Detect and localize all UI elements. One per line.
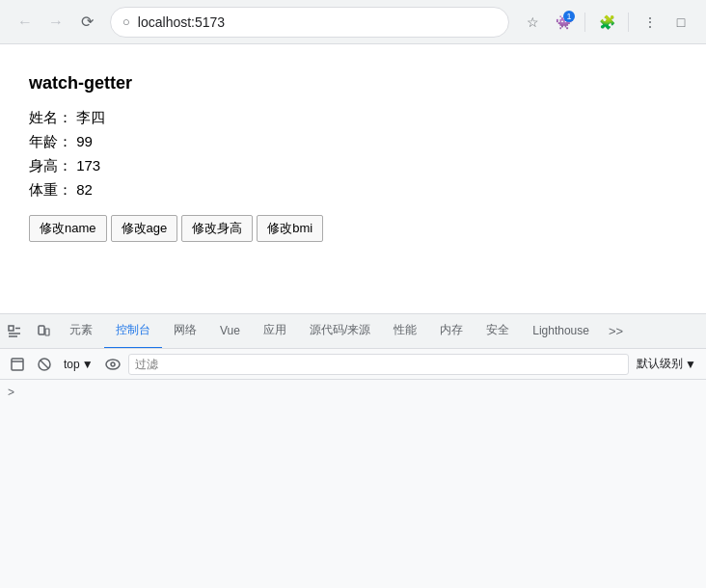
window-icon: □ bbox=[677, 14, 685, 30]
page-content: watch-getter 姓名： 李四 年龄： 99 身高： 173 体重： 8… bbox=[0, 44, 706, 271]
nav-buttons: ← → ⟳ bbox=[12, 9, 100, 36]
reload-button[interactable]: ⟳ bbox=[73, 9, 100, 36]
puzzle-icon: 🧩 bbox=[599, 14, 615, 30]
divider2 bbox=[628, 13, 629, 32]
modify-bmi-button[interactable]: 修改bmi bbox=[257, 215, 323, 242]
field-height: 身高： 173 bbox=[29, 157, 677, 175]
field-label-weight: 体重： bbox=[29, 181, 72, 198]
divider bbox=[584, 13, 585, 32]
modify-name-button[interactable]: 修改name bbox=[29, 215, 107, 242]
address-bar: ○ bbox=[110, 7, 509, 38]
url-input[interactable] bbox=[138, 14, 497, 30]
lock-icon: ○ bbox=[122, 14, 130, 29]
back-button[interactable]: ← bbox=[12, 9, 39, 36]
browser-actions: ☆ 👾 1 🧩 ⋮ □ bbox=[519, 9, 694, 36]
extensions-button[interactable]: 🧩 bbox=[593, 9, 620, 36]
field-weight: 体重： 82 bbox=[29, 181, 677, 200]
menu-button[interactable]: ⋮ bbox=[637, 9, 664, 36]
field-value-age: 99 bbox=[76, 133, 93, 149]
profile-badge: 1 bbox=[563, 11, 575, 22]
page-title: watch-getter bbox=[29, 73, 677, 94]
field-value-name: 李四 bbox=[76, 109, 105, 125]
browser-chrome: ← → ⟳ ○ ☆ 👾 1 🧩 ⋮ □ bbox=[0, 0, 706, 44]
modify-age-button[interactable]: 修改age bbox=[111, 215, 178, 242]
forward-button[interactable]: → bbox=[42, 9, 69, 36]
window-button[interactable]: □ bbox=[667, 9, 694, 36]
star-button[interactable]: ☆ bbox=[519, 9, 546, 36]
field-label-name: 姓名： bbox=[29, 109, 72, 125]
field-age: 年龄： 99 bbox=[29, 133, 677, 151]
field-name: 姓名： 李四 bbox=[29, 109, 677, 127]
menu-icon: ⋮ bbox=[643, 14, 657, 30]
star-icon: ☆ bbox=[527, 14, 539, 30]
field-value-weight: 82 bbox=[76, 181, 93, 198]
action-buttons: 修改name 修改age 修改身高 修改bmi bbox=[29, 215, 677, 242]
field-label-age: 年龄： bbox=[29, 133, 72, 149]
profile-button[interactable]: 👾 1 bbox=[550, 9, 577, 36]
modify-height-button[interactable]: 修改身高 bbox=[181, 215, 253, 242]
field-label-height: 身高： bbox=[29, 157, 72, 174]
field-value-height: 173 bbox=[76, 157, 100, 174]
